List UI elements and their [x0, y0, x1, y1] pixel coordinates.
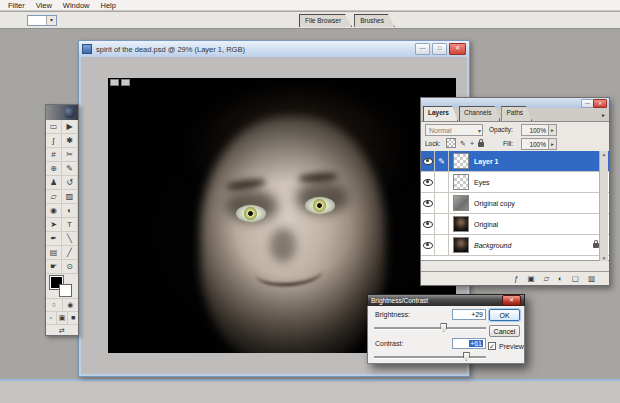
eraser-tool[interactable]: ▱	[46, 190, 62, 204]
fullscreen-button[interactable]: ■	[68, 312, 78, 324]
clone-stamp-tool[interactable]: ♟	[46, 176, 62, 190]
maximize-button[interactable]: □	[432, 43, 447, 55]
tab-layers[interactable]: Layers	[423, 106, 458, 121]
fill-value[interactable]: 100%	[521, 138, 549, 150]
layer-thumbnail[interactable]	[453, 153, 469, 169]
color-swatches	[46, 274, 78, 298]
blur-tool[interactable]: ◉	[46, 204, 62, 218]
fullscreen-menubar-button[interactable]: ▣	[57, 312, 68, 324]
layer-name[interactable]: Eyes	[474, 179, 490, 186]
menu-filter[interactable]: Filter	[8, 1, 25, 10]
layer-name[interactable]: Original copy	[474, 200, 515, 207]
history-brush-tool[interactable]: ↺	[62, 176, 78, 190]
visibility-toggle[interactable]	[421, 193, 435, 213]
close-button[interactable]: ✕	[449, 43, 466, 55]
menu-view[interactable]: View	[36, 1, 52, 10]
magic-wand-tool[interactable]: ✱	[62, 134, 78, 148]
brightness-value-input[interactable]: +29	[452, 309, 486, 320]
path-selection-tool[interactable]: ➤	[46, 218, 62, 232]
cancel-button[interactable]: Cancel	[489, 325, 520, 337]
tool-options-dropdown[interactable]: ▾	[27, 15, 57, 26]
zoom-tool[interactable]: ⊙	[62, 260, 78, 274]
layer-thumbnail[interactable]	[453, 195, 469, 211]
scroll-down-icon[interactable]: ▾	[600, 255, 608, 261]
layers-list: ✎ Layer 1 Eyes Original copy Origina	[421, 151, 609, 261]
contrast-slider[interactable]	[374, 352, 486, 361]
dialog-title-bar[interactable]: Brightness/Contrast ✕	[367, 294, 525, 306]
menu-help[interactable]: Help	[100, 1, 115, 10]
lasso-tool[interactable]: ʃ	[46, 134, 62, 148]
notes-tool[interactable]: ▤	[46, 246, 62, 260]
crop-tool[interactable]: #	[46, 148, 62, 162]
standard-screen-button[interactable]: ▫	[46, 312, 57, 324]
move-tool[interactable]: ▶	[62, 120, 78, 134]
shape-tool[interactable]: ╲	[62, 232, 78, 246]
lock-paint-icon[interactable]: ✎	[460, 139, 466, 148]
menu-window[interactable]: Window	[63, 1, 90, 10]
quick-mask-mode-button[interactable]: ◉	[63, 299, 79, 311]
standard-mode-button[interactable]: ○	[46, 299, 63, 311]
visibility-toggle[interactable]	[421, 151, 435, 171]
brightness-slider-thumb[interactable]	[440, 323, 447, 332]
minimize-button[interactable]: —	[415, 43, 430, 55]
ok-button[interactable]: OK	[489, 309, 520, 321]
layer-thumbnail[interactable]	[453, 237, 469, 253]
scroll-up-icon[interactable]: ▴	[600, 151, 608, 157]
lock-label: Lock:	[425, 140, 441, 147]
palette-menu-icon[interactable]: ▸	[602, 111, 605, 118]
adjustment-layer-icon[interactable]: ◐	[558, 273, 563, 285]
layer-row-background[interactable]: Background	[421, 235, 609, 256]
lock-buttons: ✎ +	[446, 138, 484, 148]
lock-transparency-icon[interactable]	[446, 138, 456, 148]
rectangular-marquee-tool[interactable]: ▭	[46, 120, 62, 134]
palette-close-button[interactable]: ✕	[593, 99, 607, 108]
layer-thumbnail[interactable]	[453, 174, 469, 190]
visibility-toggle[interactable]	[421, 214, 435, 234]
dodge-tool[interactable]: ◐	[62, 204, 78, 218]
fill-spinner-icon[interactable]: ▸	[548, 138, 557, 150]
layer-row-layer1[interactable]: ✎ Layer 1	[421, 151, 609, 172]
chevron-down-icon: ▾	[478, 126, 481, 137]
visibility-toggle[interactable]	[421, 172, 435, 192]
layer-name[interactable]: Original	[474, 221, 498, 228]
new-layer-icon[interactable]: ▢	[572, 273, 579, 285]
contrast-slider-thumb[interactable]	[463, 352, 470, 361]
contrast-value-input[interactable]: +61	[452, 338, 486, 349]
opacity-spinner-icon[interactable]: ▸	[548, 124, 557, 136]
blend-mode-dropdown[interactable]: Normal▾	[425, 124, 483, 136]
pen-tool[interactable]: ✒	[46, 232, 62, 246]
eyedropper-tool[interactable]: ╱	[62, 246, 78, 260]
layer-style-icon[interactable]: ƒ	[514, 273, 518, 285]
layer-row-original[interactable]: Original	[421, 214, 609, 235]
layers-controls: Normal▾ Opacity: 100% ▸ Lock: ✎ + Fill: …	[421, 122, 609, 149]
lock-all-icon[interactable]	[478, 142, 484, 147]
layer-mask-icon[interactable]: ▣	[527, 273, 534, 285]
visibility-toggle[interactable]	[421, 235, 435, 255]
hand-tool[interactable]: ☛	[46, 260, 62, 274]
tab-brushes[interactable]: Brushes	[354, 14, 395, 27]
layer-name[interactable]: Layer 1	[474, 158, 499, 165]
opacity-value[interactable]: 100%	[521, 124, 549, 136]
brush-tool[interactable]: ✎	[62, 162, 78, 176]
tab-paths[interactable]: Paths	[501, 106, 532, 121]
dialog-close-button[interactable]: ✕	[502, 295, 521, 306]
gradient-tool[interactable]: ▨	[62, 190, 78, 204]
new-group-icon[interactable]: ▱	[544, 273, 550, 285]
layer-name[interactable]: Background	[474, 242, 511, 249]
layer-thumbnail[interactable]	[453, 216, 469, 232]
brightness-slider[interactable]	[374, 323, 486, 332]
healing-brush-tool[interactable]: ⊕	[46, 162, 62, 176]
slice-tool[interactable]: ✂	[62, 148, 78, 162]
tab-file-browser[interactable]: File Browser	[299, 14, 352, 27]
document-title-bar[interactable]: spirit of the dead.psd @ 29% (Layer 1, R…	[79, 41, 469, 57]
lock-position-icon[interactable]: +	[470, 139, 474, 148]
type-tool[interactable]: T	[62, 218, 78, 232]
jump-to-imageready-button[interactable]: ⇄	[46, 325, 78, 337]
tab-channels[interactable]: Channels	[459, 106, 500, 121]
background-color-swatch[interactable]	[59, 284, 72, 297]
layer-row-original-copy[interactable]: Original copy	[421, 193, 609, 214]
layers-scrollbar[interactable]: ▴ ▾	[599, 151, 608, 261]
layer-row-eyes[interactable]: Eyes	[421, 172, 609, 193]
preview-checkbox[interactable]: ✓	[488, 342, 496, 350]
delete-layer-icon[interactable]: ▥	[588, 273, 595, 285]
